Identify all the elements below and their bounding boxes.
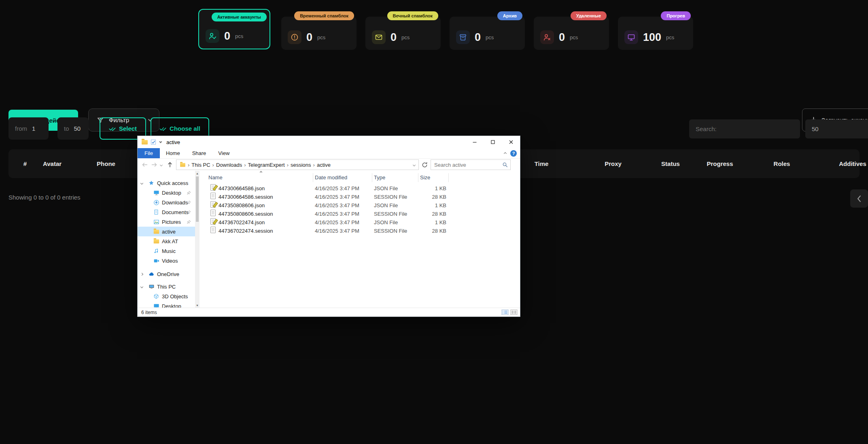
- stat-card-deleted[interactable]: Удаленные 0 pcs: [534, 17, 609, 50]
- stat-value: 0: [390, 31, 397, 44]
- stat-value: 0: [475, 31, 481, 44]
- help-icon[interactable]: ?: [510, 150, 517, 157]
- computer-icon: [148, 284, 155, 290]
- music-icon: [153, 248, 159, 254]
- explorer-search-input[interactable]: [434, 162, 499, 168]
- maximize-button[interactable]: [484, 136, 502, 148]
- sidebar-item-desktop[interactable]: Desktop: [138, 188, 195, 198]
- menu-home[interactable]: Home: [160, 148, 186, 158]
- file-column-name[interactable]: Name: [204, 173, 313, 182]
- quick-access-toolbar-icon[interactable]: [151, 139, 156, 145]
- refresh-icon[interactable]: [422, 162, 428, 168]
- file-column-type[interactable]: Type: [372, 173, 418, 182]
- collapse-ribbon-icon[interactable]: [504, 152, 507, 155]
- double-check-icon: [159, 126, 166, 132]
- chevron-left-icon: [857, 195, 862, 202]
- from-value: 1: [32, 125, 35, 132]
- stat-value: 0: [306, 31, 312, 44]
- table-search: [689, 119, 800, 138]
- download-arrow-icon: [153, 200, 159, 206]
- sidebar-item-pictures[interactable]: Pictures: [138, 217, 195, 227]
- file-row[interactable]: 447300664586.session 4/16/2025 3:47 PM S…: [199, 193, 517, 201]
- breadcrumb-active[interactable]: active: [317, 162, 331, 168]
- stat-unit: pcs: [235, 33, 243, 39]
- stat-unit: pcs: [570, 34, 578, 40]
- file-row[interactable]: 447300664586.json 4/16/2025 3:47 PM JSON…: [199, 184, 517, 193]
- details-view-icon[interactable]: [501, 309, 509, 315]
- scrollbar-thumb[interactable]: [196, 176, 199, 222]
- sidebar-item-3d-objects[interactable]: 3D Objects: [138, 291, 195, 301]
- file-row[interactable]: 447350808606.session 4/16/2025 3:47 PM S…: [199, 210, 517, 218]
- thumbnails-view-icon[interactable]: [510, 309, 518, 315]
- sidebar-item-akk-at[interactable]: Akk AT: [138, 236, 195, 246]
- column-time: Time: [535, 149, 549, 178]
- sidebar-item-music[interactable]: Music: [138, 246, 195, 256]
- pin-icon: [187, 210, 191, 215]
- column-additives: Additives: [839, 149, 866, 178]
- sidebar-item-documents[interactable]: Documents: [138, 207, 195, 217]
- file-explorer-window: active File Home Share View ?: [137, 136, 520, 317]
- document-icon: [153, 209, 159, 215]
- breadcrumb-downloads[interactable]: Downloads: [216, 162, 242, 168]
- address-breadcrumb[interactable]: › This PC › Downloads › TelegramExpert ›…: [176, 159, 419, 170]
- table-search-input[interactable]: [689, 119, 800, 138]
- menu-view[interactable]: View: [212, 148, 236, 158]
- file-column-size[interactable]: Size: [418, 173, 449, 182]
- explorer-titlebar[interactable]: active: [138, 136, 520, 148]
- stat-card-active-accounts[interactable]: Активные аккаунты 0 pcs: [198, 9, 270, 49]
- window-title: active: [166, 139, 180, 145]
- file-row[interactable]: 447367022474.json 4/16/2025 3:47 PM JSON…: [199, 218, 517, 227]
- menu-file[interactable]: File: [138, 148, 160, 158]
- sidebar-item-quick-access[interactable]: Quick access: [138, 178, 195, 188]
- stat-card-temp-spamblock[interactable]: Временный спамблок 0 pcs: [281, 17, 357, 50]
- up-icon[interactable]: [167, 161, 173, 168]
- explorer-search: [431, 159, 511, 170]
- to-value: 50: [74, 125, 81, 132]
- stat-unit: pcs: [401, 34, 410, 40]
- stat-unit: pcs: [317, 34, 325, 40]
- page-size-select[interactable]: 50: [805, 119, 868, 138]
- file-list: Name Date modified Type Size 44730066458…: [199, 171, 520, 308]
- to-input[interactable]: to 50: [57, 117, 89, 140]
- desktop-icon: [153, 190, 159, 196]
- double-check-icon: [109, 126, 116, 132]
- stat-badge: Вечный спамблок: [387, 11, 439, 20]
- back-icon[interactable]: [142, 161, 148, 168]
- qat-dropdown-icon[interactable]: [159, 140, 162, 143]
- desktop-icon: [153, 303, 159, 308]
- stat-card-warmup[interactable]: Прогрев 100 pcs: [618, 17, 693, 50]
- sidebar-item-desktop-pc[interactable]: Desktop: [138, 301, 195, 308]
- history-dropdown-icon[interactable]: [160, 163, 163, 166]
- scroll-up-icon[interactable]: ▲: [195, 171, 199, 176]
- folder-icon: [142, 140, 148, 144]
- sidebar-item-active[interactable]: active: [138, 227, 195, 236]
- explorer-sidebar: Quick access Desktop Downloads: [138, 171, 195, 308]
- sidebar-item-videos[interactable]: Videos: [138, 256, 195, 266]
- sidebar-item-downloads[interactable]: Downloads: [138, 198, 195, 207]
- file-row[interactable]: 447350808606.json 4/16/2025 3:47 PM JSON…: [199, 201, 517, 210]
- sidebar-item-this-pc[interactable]: This PC: [138, 282, 195, 291]
- minimize-button[interactable]: [465, 136, 484, 148]
- scroll-down-icon[interactable]: ▼: [195, 303, 199, 308]
- forward-icon[interactable]: [151, 161, 157, 168]
- sidebar-item-onedrive[interactable]: OneDrive: [138, 269, 195, 279]
- stat-card-archive[interactable]: Архив 0 pcs: [450, 17, 525, 50]
- sort-ascending-icon: [259, 171, 263, 172]
- from-input[interactable]: from 1: [8, 117, 49, 140]
- breadcrumb-telegramexpert[interactable]: TelegramExpert: [248, 162, 285, 168]
- file-column-modified[interactable]: Date modified: [313, 173, 372, 182]
- prev-page-button[interactable]: [850, 189, 868, 208]
- file-row[interactable]: 447367022474.session 4/16/2025 3:47 PM S…: [199, 227, 517, 235]
- menu-share[interactable]: Share: [186, 148, 212, 158]
- close-button[interactable]: [502, 136, 520, 148]
- sidebar-scrollbar[interactable]: ▲ ▼: [195, 171, 199, 308]
- mail-icon: [372, 30, 386, 44]
- folder-icon: [153, 229, 159, 234]
- stat-unit: pcs: [486, 34, 494, 40]
- address-dropdown-icon[interactable]: [413, 163, 416, 166]
- breadcrumb-sessions[interactable]: sessions: [291, 162, 311, 168]
- stat-card-perm-spamblock[interactable]: Вечный спамблок 0 pcs: [365, 17, 441, 50]
- column-avatar: Avatar: [43, 149, 62, 178]
- breadcrumb-this-pc[interactable]: This PC: [191, 162, 210, 168]
- to-label: to: [64, 125, 69, 132]
